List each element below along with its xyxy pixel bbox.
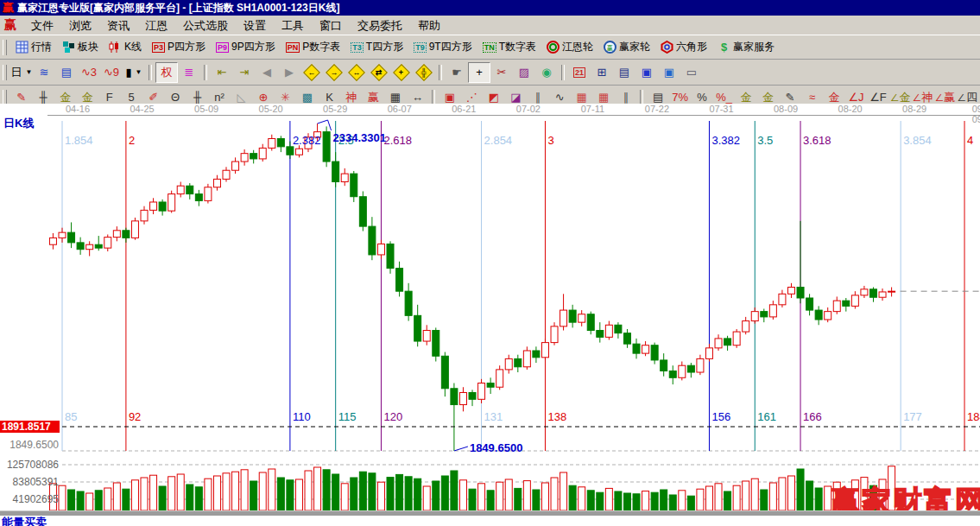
smart-tool-button[interactable]: ◉: [535, 62, 558, 83]
t9-square-label: 9T四方形: [429, 40, 472, 54]
n2-grid-icon: n²: [214, 91, 224, 105]
print-button[interactable]: ▭: [680, 62, 703, 83]
svg-text:$: $: [721, 41, 728, 54]
first-page-button[interactable]: ⇤: [211, 62, 233, 83]
last-page-button[interactable]: ⇥: [233, 62, 256, 83]
toolbar-grip[interactable]: [3, 90, 7, 105]
t9-square-button[interactable]: T99T四方形: [408, 37, 477, 58]
toolbar-separator: [432, 90, 435, 105]
mark-tool-button[interactable]: ▨: [513, 62, 535, 83]
child-window-icon[interactable]: 赢: [0, 17, 23, 33]
period-day-button[interactable]: 日▼: [10, 62, 33, 83]
gold-circle-icon: 金: [741, 91, 752, 105]
f10-info-button[interactable]: ▤: [55, 62, 78, 83]
overlay-window-button[interactable]: ≋: [33, 62, 55, 83]
price-box-icon: ▣: [445, 91, 455, 105]
p-square-button[interactable]: P3P四方形: [147, 37, 211, 58]
page-next-button[interactable]: ▶: [278, 62, 300, 83]
winner-service-button[interactable]: $赢家服务: [712, 37, 780, 58]
p-number-table-button[interactable]: PNP数字表: [281, 37, 346, 58]
ex-rights-button[interactable]: 权: [155, 62, 178, 83]
dropdown-caret-icon: ▼: [136, 68, 142, 76]
expand-x-button[interactable]: ↔: [345, 62, 368, 83]
kline-button[interactable]: K线: [104, 37, 147, 58]
shift-right-button[interactable]: →: [323, 62, 345, 83]
percent-icon: %: [697, 91, 707, 105]
t9-square-icon: T9: [414, 42, 427, 53]
kline-icon: [109, 41, 122, 54]
erase-tool-button[interactable]: ✂: [490, 62, 513, 83]
menu-item-文件[interactable]: 文件: [23, 17, 61, 34]
indicator-row: 能量买卖: [0, 516, 980, 526]
crosshair-button[interactable]: +: [468, 62, 490, 83]
main-toolbar: 行情板块K线P3P四方形P99P四方形PNP数字表T3T四方形T99T四方形TN…: [0, 35, 980, 60]
menu-item-工具[interactable]: 工具: [274, 17, 312, 34]
menu-item-窗口[interactable]: 窗口: [312, 17, 350, 34]
table-icon: [16, 41, 28, 54]
menu-item-帮助[interactable]: 帮助: [410, 17, 448, 34]
page-prev-icon: ◀: [262, 66, 271, 79]
p-square-label: P四方形: [168, 40, 205, 54]
draw-pen-icon: ✎: [16, 91, 26, 105]
menu-item-江恩[interactable]: 江恩: [137, 17, 175, 34]
dropdown-caret-icon: ▼: [26, 68, 33, 76]
compress-3-button[interactable]: ∿3: [78, 62, 100, 83]
menu-item-资讯[interactable]: 资讯: [99, 17, 137, 34]
memo-button[interactable]: ▤: [613, 62, 635, 83]
candle-pen-icon: ✎: [786, 91, 795, 105]
title-bar: 赢 赢家江恩专业版[赢家内部服务平台] - [上证指数 SH1A0001-123…: [0, 0, 980, 16]
toolbar-grip[interactable]: [3, 65, 7, 80]
svg-text:110: 110: [293, 410, 311, 423]
fib-grid-icon: F: [106, 91, 113, 105]
calculator-button[interactable]: ⊞: [591, 62, 613, 83]
zoom-in-icon: +: [393, 64, 410, 81]
shift-left-button[interactable]: ←: [300, 62, 323, 83]
calculator-icon: ⊞: [597, 66, 607, 79]
menu-item-浏览[interactable]: 浏览: [61, 17, 99, 34]
save-button[interactable]: ▣: [635, 62, 658, 83]
save-web-button[interactable]: ▣: [658, 62, 680, 83]
scale-bars-icon: ▤: [653, 91, 663, 105]
angle-si-icon: ∠四: [957, 91, 977, 105]
spiral-icon: 5: [128, 91, 134, 105]
indicator-label[interactable]: 能量买卖: [2, 515, 47, 526]
page-prev-button[interactable]: ◀: [256, 62, 278, 83]
svg-text:3.382: 3.382: [711, 134, 740, 147]
volume-bars-button[interactable]: ≣: [178, 62, 200, 83]
winner-wheel-button[interactable]: 赢赢家轮: [598, 37, 655, 58]
chart-canvas[interactable]: 2.51.854852922.3821101152.6181202.854131…: [0, 104, 980, 526]
candle-style-button[interactable]: ▮▼: [123, 62, 145, 83]
chart-panel: 04-1604-2505-0905-2005-2906-0706-2107-02…: [0, 104, 980, 526]
zoom-in-button[interactable]: +: [390, 62, 413, 83]
p9-square-button[interactable]: P99P四方形: [211, 37, 281, 58]
svg-text:92: 92: [129, 410, 141, 423]
angle-f-icon: ∠F: [869, 91, 887, 105]
compress-9-button[interactable]: ∿9: [100, 62, 123, 83]
t-number-table-button[interactable]: TNT数字表: [477, 37, 541, 58]
toolbar-separator: [640, 90, 643, 105]
percent-line-icon: %_: [716, 91, 732, 105]
star-rays-icon: ✳: [281, 91, 290, 105]
calendar-button[interactable]: 21: [568, 62, 591, 83]
toolbar-separator: [561, 65, 565, 80]
zoom-full-button[interactable]: ╬: [413, 62, 435, 83]
pan-hand-icon: ☛: [452, 66, 462, 79]
shrink-x-button[interactable]: ⇄: [368, 62, 390, 83]
wave-lines-icon: ∿: [555, 91, 565, 105]
toolbar-grip[interactable]: [3, 40, 7, 55]
last-page-icon: ⇥: [240, 66, 250, 79]
grid-red-icon: ▦: [577, 91, 587, 105]
menu-item-交易委托[interactable]: 交易委托: [350, 17, 410, 34]
svg-text:166: 166: [803, 410, 822, 423]
angle-gold-icon: ∠金: [890, 91, 911, 105]
sector-button[interactable]: 板块: [57, 37, 104, 58]
app-logo-icon: 赢: [3, 0, 14, 16]
quote-list-button[interactable]: 行情: [10, 37, 57, 58]
hexagon-button[interactable]: 六角形: [655, 37, 712, 58]
t-square-button[interactable]: T3T四方形: [345, 37, 408, 58]
pan-hand-button[interactable]: ☛: [446, 62, 468, 83]
menu-item-设置[interactable]: 设置: [236, 17, 274, 34]
gann-wheel-button[interactable]: 江恩轮: [541, 37, 598, 58]
menu-item-公式选股[interactable]: 公式选股: [175, 17, 236, 34]
p9-square-icon: P9: [216, 42, 229, 53]
